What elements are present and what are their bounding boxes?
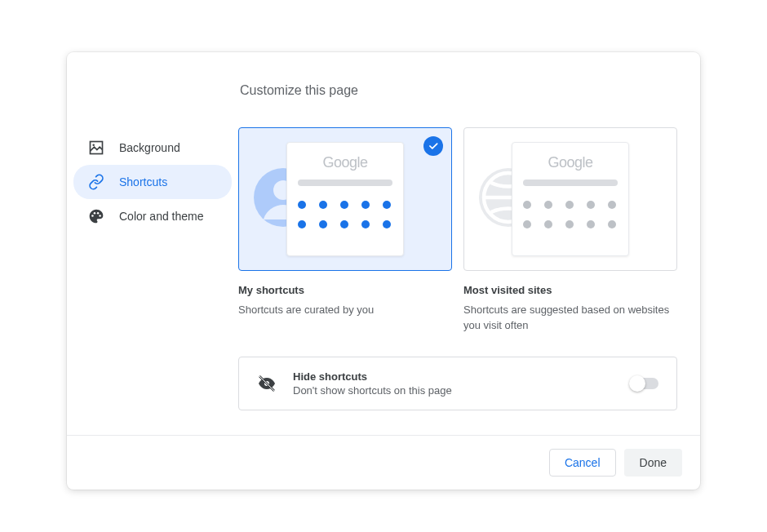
option-most-visited[interactable]: Google	[463, 127, 677, 334]
option-card: Google	[238, 127, 452, 271]
preview-dot	[361, 201, 370, 209]
preview-dot	[298, 220, 306, 228]
dialog-body: Background Shortcuts	[67, 52, 700, 435]
toggle-knob	[629, 375, 645, 392]
preview-dots	[523, 201, 618, 228]
preview-dot	[319, 201, 327, 209]
dialog-title: Customize this page	[240, 83, 677, 98]
hide-shortcuts-toggle[interactable]	[631, 378, 658, 389]
svg-point-3	[94, 212, 96, 215]
preview-dot	[565, 220, 574, 228]
main-panel: Customize this page	[238, 52, 700, 435]
preview-dot	[340, 201, 348, 209]
dialog-footer: Cancel Done	[67, 435, 700, 490]
preview-logo: Google	[322, 154, 367, 171]
preview-dots	[298, 201, 392, 228]
sidebar-item-background[interactable]: Background	[73, 131, 232, 165]
preview-dot	[544, 220, 552, 228]
preview-dot	[587, 201, 595, 209]
image-icon	[88, 140, 104, 156]
option-title: Most visited sites	[463, 284, 677, 296]
preview-dot	[383, 220, 391, 228]
preview-dot	[383, 201, 391, 209]
preview-searchbar	[298, 180, 392, 186]
option-title: My shortcuts	[238, 284, 452, 296]
preview-dot	[523, 220, 531, 228]
sidebar-item-label: Background	[119, 141, 180, 154]
link-icon	[88, 174, 104, 190]
preview-browser: Google	[512, 142, 629, 256]
svg-point-5	[99, 215, 101, 217]
preview-browser: Google	[286, 142, 404, 256]
customize-dialog: Background Shortcuts	[67, 52, 700, 490]
preview-dot	[565, 201, 574, 209]
preview-dot	[523, 201, 531, 209]
svg-point-2	[91, 215, 94, 217]
done-button[interactable]: Done	[624, 449, 682, 477]
cancel-button[interactable]: Cancel	[549, 449, 616, 477]
sidebar-item-color-theme[interactable]: Color and theme	[73, 199, 232, 233]
preview-dot	[361, 220, 370, 228]
preview-dot	[298, 201, 306, 209]
hide-text: Hide shortcuts Don't show shortcuts on t…	[293, 370, 614, 397]
preview-dot	[319, 220, 327, 228]
svg-point-1	[92, 144, 95, 146]
sidebar-item-shortcuts[interactable]: Shortcuts	[73, 165, 232, 199]
sidebar-item-label: Shortcuts	[119, 175, 167, 188]
preview-dot	[340, 220, 348, 228]
check-icon	[423, 136, 443, 156]
option-description: Shortcuts are curated by you	[238, 303, 452, 318]
option-description: Shortcuts are suggested based on website…	[463, 303, 677, 334]
option-card: Google	[463, 127, 677, 271]
preview-dot	[608, 220, 616, 228]
sidebar: Background Shortcuts	[67, 52, 238, 435]
hide-title: Hide shortcuts	[293, 370, 614, 383]
option-my-shortcuts[interactable]: Google	[238, 127, 452, 334]
preview-dot	[608, 201, 616, 209]
preview-dot	[587, 220, 595, 228]
shortcut-options: Google	[238, 127, 677, 334]
visibility-off-icon	[257, 374, 277, 393]
preview-dot	[544, 201, 552, 209]
svg-point-4	[97, 212, 100, 215]
hide-shortcuts-row: Hide shortcuts Don't show shortcuts on t…	[238, 357, 677, 410]
preview-searchbar	[523, 180, 618, 186]
palette-icon	[88, 208, 104, 224]
hide-description: Don't show shortcuts on this page	[293, 384, 614, 397]
sidebar-item-label: Color and theme	[119, 210, 204, 223]
preview-logo: Google	[548, 154, 592, 171]
